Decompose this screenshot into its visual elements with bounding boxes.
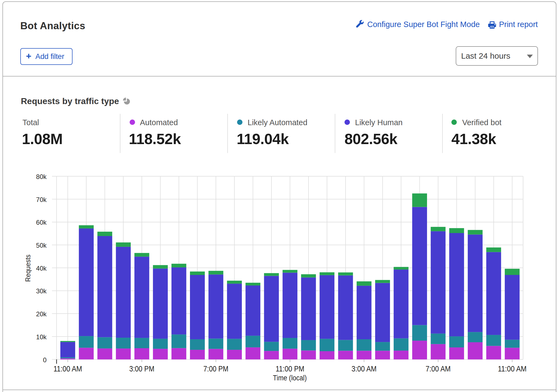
- svg-text:7:00 PM: 7:00 PM: [203, 364, 229, 373]
- svg-text:40k: 40k: [36, 265, 47, 272]
- svg-text:11:00 AM: 11:00 AM: [53, 364, 82, 373]
- svg-text:11:00 PM: 11:00 PM: [276, 364, 304, 373]
- svg-text:3:00 AM: 3:00 AM: [352, 364, 377, 373]
- svg-text:60k: 60k: [36, 219, 47, 226]
- svg-text:10k: 10k: [36, 333, 47, 341]
- svg-text:30k: 30k: [36, 287, 47, 295]
- svg-text:Requests: Requests: [24, 255, 32, 282]
- svg-text:70k: 70k: [36, 196, 47, 203]
- svg-text:20k: 20k: [36, 310, 47, 318]
- svg-text:3:00 PM: 3:00 PM: [129, 364, 155, 373]
- svg-text:Time (local): Time (local): [273, 374, 307, 382]
- svg-text:11:00 AM: 11:00 AM: [498, 364, 527, 373]
- svg-text:0: 0: [43, 356, 47, 364]
- svg-text:80k: 80k: [36, 173, 47, 180]
- svg-text:50k: 50k: [36, 242, 47, 249]
- svg-text:7:00 AM: 7:00 AM: [426, 364, 451, 373]
